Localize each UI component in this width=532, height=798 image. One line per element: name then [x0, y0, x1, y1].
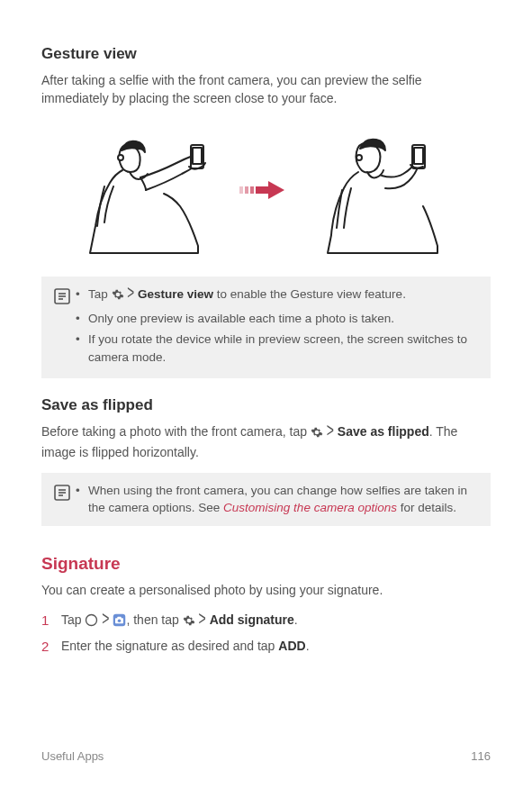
step1-post: . [294, 612, 298, 627]
step1-mid: , then tap [126, 612, 182, 627]
step-1: Tap > , then tap > Add signature. [41, 611, 491, 631]
note1-item1: Tap > Gesture view to enable the Gesture… [76, 286, 478, 306]
gear-icon [311, 425, 323, 443]
svg-rect-3 [239, 186, 243, 194]
svg-point-0 [118, 155, 123, 160]
svg-rect-23 [118, 616, 122, 618]
gesture-view-illustration [41, 118, 491, 262]
note1-item2: Only one preview is available each time … [76, 310, 478, 328]
gear-icon [112, 288, 124, 306]
note-icon [53, 484, 71, 517]
note1-item1-pre: Tap [88, 287, 112, 301]
svg-rect-5 [250, 186, 254, 194]
step2-pre: Enter the signature as desired and tap [61, 639, 278, 653]
footer-page-number: 116 [471, 748, 491, 766]
footer-section: Useful Apps [41, 748, 104, 766]
svg-rect-10 [414, 148, 423, 164]
note2-link[interactable]: Customising the camera options [223, 501, 397, 514]
gt-icon: > [199, 603, 206, 632]
svg-rect-6 [256, 186, 268, 194]
signature-steps: Tap > , then tap > Add signature. Enter … [41, 611, 491, 656]
gt-icon: > [127, 279, 134, 307]
step1-pre: Tap [61, 612, 85, 627]
signature-intro: You can create a personalised photo by u… [41, 581, 491, 599]
svg-point-8 [356, 155, 362, 160]
heading-gesture-view: Gesture view [41, 43, 491, 66]
note2-text: When using the front camera, you can cha… [76, 482, 478, 517]
gesture-view-intro: After taking a selfie with the front cam… [41, 71, 491, 108]
saf-bold: Save as flipped [338, 424, 429, 439]
illustration-person-phone-close [311, 118, 455, 262]
note1-item1-post: to enable the Gesture view feature. [213, 287, 406, 301]
heading-save-as-flipped: Save as flipped [41, 394, 491, 417]
step2-post: . [306, 639, 310, 653]
svg-rect-2 [193, 148, 202, 164]
note-gesture-view: Tap > Gesture view to enable the Gesture… [41, 277, 491, 378]
arrow-icon [239, 177, 293, 203]
page-footer: Useful Apps 116 [41, 748, 491, 766]
step1-bold: Add signature [210, 612, 294, 627]
circle-icon [85, 613, 98, 631]
illustration-person-holding-phone-out [77, 118, 221, 262]
gt-icon: > [327, 415, 334, 444]
save-as-flipped-intro: Before taking a photo with the front cam… [41, 422, 491, 462]
note-save-as-flipped: When using the front camera, you can cha… [41, 473, 491, 526]
gt-icon: > [102, 603, 109, 632]
note2-post: for details. [397, 501, 456, 514]
step-2: Enter the signature as desired and tap A… [41, 637, 491, 655]
note1-item3: If you rotate the device while in previe… [76, 331, 478, 366]
svg-marker-7 [268, 181, 284, 199]
note1-item1-bold: Gesture view [138, 287, 213, 301]
svg-point-22 [118, 619, 122, 622]
note-icon [53, 287, 71, 369]
camera-app-icon [113, 613, 126, 631]
heading-signature: Signature [41, 551, 491, 576]
svg-rect-4 [245, 186, 248, 194]
step2-bold: ADD [278, 639, 305, 653]
saf-pre: Before taking a photo with the front cam… [41, 424, 311, 439]
gear-icon [183, 613, 195, 631]
svg-point-19 [86, 614, 97, 625]
